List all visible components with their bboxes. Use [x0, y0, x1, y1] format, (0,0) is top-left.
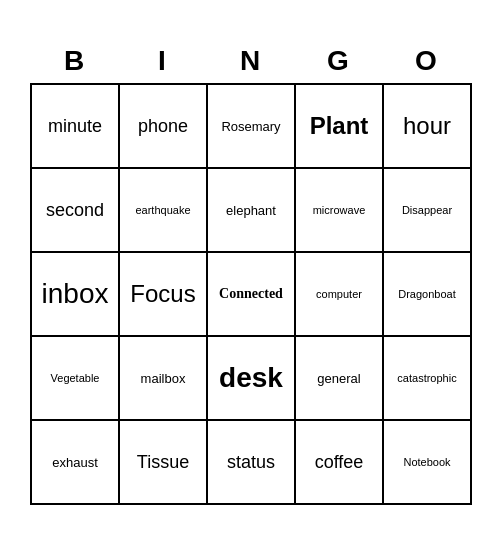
cell-text-4-1: Tissue	[137, 452, 189, 473]
cell-text-0-4: hour	[403, 112, 451, 140]
cell-text-0-1: phone	[138, 116, 188, 137]
cell-text-0-0: minute	[48, 116, 102, 137]
cell-text-2-2: Connected	[219, 286, 283, 302]
cell-text-3-0: Vegetable	[51, 372, 100, 384]
header-letter-n: N	[206, 39, 294, 83]
bingo-header: BINGO	[30, 39, 472, 83]
cell-1-4: Disappear	[384, 169, 472, 253]
cell-3-4: catastrophic	[384, 337, 472, 421]
cell-3-0: Vegetable	[32, 337, 120, 421]
cell-1-0: second	[32, 169, 120, 253]
cell-text-2-4: Dragonboat	[398, 288, 456, 300]
cell-text-0-2: Rosemary	[221, 119, 280, 134]
cell-text-3-4: catastrophic	[397, 372, 456, 384]
cell-3-1: mailbox	[120, 337, 208, 421]
cell-text-2-0: inbox	[42, 278, 109, 310]
cell-text-1-0: second	[46, 200, 104, 221]
grid-row-4: exhaustTissuestatuscoffeeNotebook	[32, 421, 472, 505]
cell-0-0: minute	[32, 85, 120, 169]
cell-0-2: Rosemary	[208, 85, 296, 169]
header-letter-g: G	[294, 39, 382, 83]
cell-2-3: computer	[296, 253, 384, 337]
cell-4-4: Notebook	[384, 421, 472, 505]
grid-row-0: minutephoneRosemaryPlanthour	[32, 85, 472, 169]
cell-4-3: coffee	[296, 421, 384, 505]
cell-2-2: Connected	[208, 253, 296, 337]
cell-3-3: general	[296, 337, 384, 421]
cell-2-1: Focus	[120, 253, 208, 337]
cell-text-1-1: earthquake	[135, 204, 190, 216]
cell-2-4: Dragonboat	[384, 253, 472, 337]
header-letter-i: I	[118, 39, 206, 83]
cell-text-1-4: Disappear	[402, 204, 452, 216]
cell-text-4-2: status	[227, 452, 275, 473]
cell-text-1-2: elephant	[226, 203, 276, 218]
grid-row-3: Vegetablemailboxdeskgeneralcatastrophic	[32, 337, 472, 421]
cell-text-2-1: Focus	[130, 280, 195, 308]
cell-4-1: Tissue	[120, 421, 208, 505]
grid-row-1: secondearthquakeelephantmicrowaveDisappe…	[32, 169, 472, 253]
bingo-card: BINGO minutephoneRosemaryPlanthoursecond…	[30, 39, 472, 505]
cell-text-1-3: microwave	[313, 204, 366, 216]
cell-1-1: earthquake	[120, 169, 208, 253]
cell-text-4-3: coffee	[315, 452, 364, 473]
cell-text-3-1: mailbox	[141, 371, 186, 386]
cell-text-3-3: general	[317, 371, 360, 386]
cell-0-3: Plant	[296, 85, 384, 169]
grid-row-2: inboxFocusConnectedcomputerDragonboat	[32, 253, 472, 337]
cell-text-3-2: desk	[219, 362, 283, 394]
cell-4-0: exhaust	[32, 421, 120, 505]
cell-4-2: status	[208, 421, 296, 505]
cell-text-4-0: exhaust	[52, 455, 98, 470]
cell-1-2: elephant	[208, 169, 296, 253]
header-letter-o: O	[382, 39, 470, 83]
header-letter-b: B	[30, 39, 118, 83]
bingo-grid: minutephoneRosemaryPlanthoursecondearthq…	[30, 83, 472, 505]
cell-0-4: hour	[384, 85, 472, 169]
cell-1-3: microwave	[296, 169, 384, 253]
cell-0-1: phone	[120, 85, 208, 169]
cell-3-2: desk	[208, 337, 296, 421]
cell-2-0: inbox	[32, 253, 120, 337]
cell-text-2-3: computer	[316, 288, 362, 300]
cell-text-4-4: Notebook	[403, 456, 450, 468]
cell-text-0-3: Plant	[310, 112, 369, 140]
